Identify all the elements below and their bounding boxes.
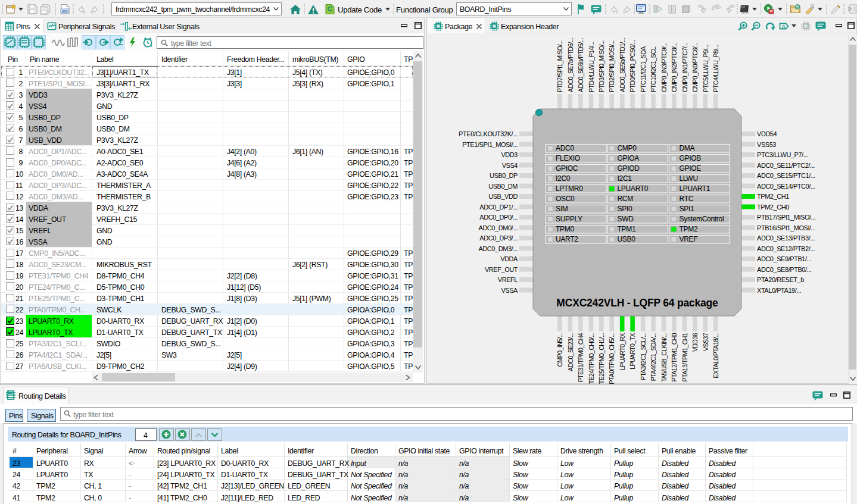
svg-text:LPUART0_RX: LPUART0_RX <box>619 333 626 370</box>
svg-text:PTB17/SPI1_MISO/...: PTB17/SPI1_MISO/... <box>757 214 816 221</box>
svg-text:DMA: DMA <box>680 144 695 152</box>
svg-text:PTA13/TPM1_CH1: PTA13/TPM1_CH1 <box>681 333 688 381</box>
svg-text:PTB16/SPI1_MOSI/...: PTB16/SPI1_MOSI/... <box>757 224 816 231</box>
svg-text:ADC0_SE5b/PTD1/...: ADC0_SE5b/PTD1/... <box>619 38 626 92</box>
svg-text:ADC0_SE13/PTB3/...: ADC0_SE13/PTB3/... <box>757 234 815 242</box>
svg-text:CMP0_IN0/PTC6/...: CMP0_IN0/PTC6/... <box>691 43 699 92</box>
svg-text:LPUART0_TX: LPUART0_TX <box>629 333 636 369</box>
svg-text:ADC0_DM3/...: ADC0_DM3/... <box>478 245 518 252</box>
svg-text:010: 010 <box>62 9 68 13</box>
svg-text:SPI1: SPI1 <box>680 205 694 213</box>
svg-text:ADC0_DM0/...: ADC0_DM0/... <box>478 224 518 231</box>
svg-text:PTD7/SPI1_MISO/...: PTD7/SPI1_MISO/... <box>556 40 563 92</box>
svg-text:A: A <box>781 23 786 30</box>
svg-text:PTE31/TPM0_CH4: PTE31/TPM0_CH4 <box>577 333 584 382</box>
svg-text:PTA3/I2C1_SCL/...: PTA3/I2C1_SCL/... <box>640 333 647 380</box>
svg-text:ADC0_DP1/...: ADC0_DP1/... <box>479 204 518 211</box>
svg-text:PTA20/RESET_b: PTA20/RESET_b <box>757 276 804 283</box>
svg-text:SystemControl: SystemControl <box>680 215 724 223</box>
svg-text:ADC0_SE6b/PTD5/...: ADC0_SE6b/PTD5/... <box>577 38 584 92</box>
svg-text:I2C1: I2C1 <box>618 174 632 183</box>
svg-text:CMP0_IN1/PTC7/...: CMP0_IN1/PTC7/... <box>681 43 688 92</box>
svg-text:USB0_DM: USB0_DM <box>488 183 518 190</box>
svg-text:ADC0_SE8/PTB0/...: ADC0_SE8/PTB0/... <box>757 266 812 273</box>
svg-text:OSC0: OSC0 <box>556 195 575 203</box>
svg-text:TPM1: TPM1 <box>618 225 636 233</box>
svg-text:GPIOE: GPIOE <box>680 164 702 173</box>
svg-text:PTC4/LLWU_P8/...: PTC4/LLWU_P8/... <box>712 45 719 92</box>
svg-text:LPTMR0: LPTMR0 <box>556 184 583 193</box>
svg-text:CMP0_IN2/PTC8/...: CMP0_IN2/PTC8/... <box>671 43 678 92</box>
svg-text:SUPPLY: SUPPLY <box>556 215 582 223</box>
svg-text:ADC0: ADC0 <box>556 144 574 152</box>
svg-text:RCM: RCM <box>618 195 634 203</box>
svg-text:EXTAL0/PTA18/...: EXTAL0/PTA18/... <box>712 333 719 378</box>
svg-text:PTC10/I2C1_SCL: PTC10/I2C1_SCL <box>650 46 657 92</box>
svg-text:UART2: UART2 <box>556 235 578 243</box>
svg-text:CMP0_IN5/...: CMP0_IN5/... <box>556 333 563 367</box>
svg-text:LLWU: LLWU <box>680 174 698 183</box>
svg-text:PTD4/LLWU_P14/...: PTD4/LLWU_P14/... <box>588 42 595 92</box>
svg-text:PTD2/SPI0_MOSI/...: PTD2/SPI0_MOSI/... <box>608 40 615 92</box>
svg-text:TA5/USB_CLKIN/...: TA5/USB_CLKIN/... <box>660 333 668 382</box>
svg-text:ADC0_SE7b/PTD6/...: ADC0_SE7b/PTD6/... <box>567 38 574 92</box>
svg-text:LPUART0: LPUART0 <box>618 184 649 193</box>
svg-text:PTA12/TPM1_CH0: PTA12/TPM1_CH0 <box>671 333 678 381</box>
svg-text:ADC0_SE15/PTC1/...: ADC0_SE15/PTC1/... <box>757 172 815 179</box>
svg-text:PTE1/SPI1_MOSI/...: PTE1/SPI1_MOSI/... <box>462 141 518 148</box>
svg-text:VSS53: VSS53 <box>757 141 776 148</box>
svg-text:ADC0_SE9/PTB1/...: ADC0_SE9/PTB1/... <box>757 255 812 262</box>
svg-text:ADC0_DP3/...: ADC0_DP3/... <box>479 234 518 242</box>
svg-text:GPIOD: GPIOD <box>618 164 640 173</box>
svg-text:SIM: SIM <box>556 205 568 213</box>
svg-text:VSSA: VSSA <box>501 287 518 294</box>
svg-text:TPM2_CH1: TPM2_CH1 <box>757 193 789 200</box>
svg-text:TE24/TPM0_CH0/...: TE24/TPM0_CH0/... <box>588 333 595 384</box>
svg-text:VDDA: VDDA <box>500 255 518 262</box>
svg-text:VREFL: VREFL <box>498 276 518 283</box>
svg-text:PTC3/LLWU_P7/...: PTC3/LLWU_P7/... <box>757 151 808 158</box>
svg-text:ADC0_SE14/PTC0/...: ADC0_SE14/PTC0/... <box>757 183 815 190</box>
svg-text:VDD3: VDD3 <box>501 151 518 158</box>
svg-text:PTD0/SPI0_PCS0/...: PTD0/SPI0_PCS0/... <box>629 40 636 92</box>
svg-text:CMP0: CMP0 <box>618 144 637 152</box>
svg-text:I2C0: I2C0 <box>556 174 571 183</box>
svg-text:PTC11/I2C1_SDA: PTC11/I2C1_SDA <box>640 46 647 92</box>
svg-text:VSS37: VSS37 <box>702 333 709 351</box>
svg-text:PTA4/I2C1_SDA/...: PTA4/I2C1_SDA/... <box>650 333 657 381</box>
svg-text:VREF: VREF <box>680 235 698 243</box>
svg-text:PTC5/LLWU_P9/...: PTC5/LLWU_P9/... <box>702 45 709 92</box>
svg-text:ADC0_SE12/PTB2/...: ADC0_SE12/PTB2/... <box>757 245 815 252</box>
svg-text:VREF_OUT: VREF_OUT <box>485 266 518 273</box>
svg-text:VSS4: VSS4 <box>502 162 518 169</box>
svg-text:VDD36: VDD36 <box>691 333 699 352</box>
svg-text:GPIOB: GPIOB <box>680 154 702 162</box>
svg-text:GPIOC: GPIOC <box>556 164 578 173</box>
svg-text:CMP0_IN3/PTC9/...: CMP0_IN3/PTC9/... <box>660 43 668 92</box>
svg-text:GPIOA: GPIOA <box>618 154 640 162</box>
svg-text:ADC0_DP0/...: ADC0_DP0/... <box>479 214 518 221</box>
svg-text:USB0: USB0 <box>618 235 636 243</box>
svg-text:MCXC242VLH - LQFP 64 package: MCXC242VLH - LQFP 64 package <box>556 297 718 309</box>
svg-text:TPM2: TPM2 <box>680 225 698 233</box>
svg-text:ADC0_SE23/...: ADC0_SE23/... <box>567 333 574 371</box>
svg-text:USB_VDD: USB_VDD <box>488 193 518 200</box>
svg-text:TPM0: TPM0 <box>556 225 574 233</box>
svg-text:FLEXIO: FLEXIO <box>556 154 580 162</box>
svg-text:VDD54: VDD54 <box>757 130 777 137</box>
svg-text:PTA0/TPM0_CH5/...: PTA0/TPM0_CH5/... <box>608 333 615 384</box>
svg-text:PTE0/CLKOUT32K/...: PTE0/CLKOUT32K/... <box>459 130 518 137</box>
svg-text:LPUART1: LPUART1 <box>680 184 710 193</box>
svg-text:RTC: RTC <box>680 195 694 203</box>
svg-text:PTD3/SPI0_MISO/...: PTD3/SPI0_MISO/... <box>598 40 605 92</box>
svg-text:SPI0: SPI0 <box>618 205 632 213</box>
svg-text:TE25/TPM0_CH1/...: TE25/TPM0_CH1/... <box>598 333 605 384</box>
svg-text:ADC0_SE11/PTC2/...: ADC0_SE11/PTC2/... <box>757 162 815 169</box>
svg-text:TPM2_CH0: TPM2_CH0 <box>757 204 789 211</box>
svg-text:XTAL0/PTA19/...: XTAL0/PTA19/... <box>757 287 802 294</box>
svg-text:SWD: SWD <box>618 215 634 223</box>
svg-text:USB0_DP: USB0_DP <box>490 172 518 179</box>
